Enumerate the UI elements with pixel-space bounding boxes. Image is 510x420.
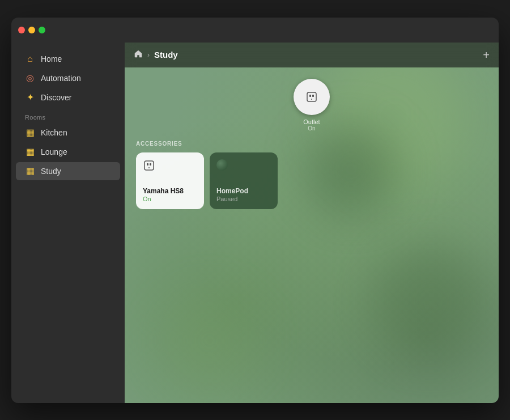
svg-rect-1 xyxy=(309,95,311,97)
outlet-status: On xyxy=(308,125,315,131)
app-window: ⌂ Home ◎ Automation ✦ Discover Rooms ▦ K… xyxy=(11,18,499,403)
home-icon: ⌂ xyxy=(25,54,35,64)
svg-rect-0 xyxy=(307,92,316,101)
room-icon: ▦ xyxy=(25,147,35,157)
accessory-status: Paused xyxy=(216,196,271,202)
svg-rect-5 xyxy=(147,163,148,166)
sidebar-item-label: Automation xyxy=(41,74,81,83)
main-header: › Study + xyxy=(125,43,499,67)
svg-point-3 xyxy=(311,99,312,100)
accessory-info: Yamaha HS8 On xyxy=(143,187,197,202)
outlet-label: Outlet xyxy=(303,118,320,125)
titlebar xyxy=(11,18,499,43)
minimize-button[interactable] xyxy=(28,27,35,33)
sidebar-item-study[interactable]: ▦ Study xyxy=(16,162,120,180)
header-chevron-icon: › xyxy=(147,51,150,59)
outlet-small-icon xyxy=(143,159,197,173)
sidebar-item-automation[interactable]: ◎ Automation xyxy=(16,69,120,87)
discover-icon: ✦ xyxy=(25,92,35,103)
outlet-icon xyxy=(304,89,320,105)
svg-rect-4 xyxy=(144,161,154,170)
sidebar-item-lounge[interactable]: ▦ Lounge xyxy=(16,143,120,161)
sidebar-item-discover[interactable]: ✦ Discover xyxy=(16,88,120,107)
traffic-lights xyxy=(18,27,45,33)
homepod-icon xyxy=(216,159,271,172)
sidebar-item-kitchen[interactable]: ▦ Kitchen xyxy=(16,124,120,142)
automation-icon: ◎ xyxy=(25,73,35,83)
add-accessory-button[interactable]: + xyxy=(483,49,490,61)
maximize-button[interactable] xyxy=(39,27,45,33)
sidebar-item-home[interactable]: ⌂ Home xyxy=(16,50,120,68)
rooms-section-label: Rooms xyxy=(11,107,125,123)
sidebar-item-label: Discover xyxy=(41,93,71,102)
close-button[interactable] xyxy=(18,27,25,33)
accessories-grid: Yamaha HS8 On HomePod Paused xyxy=(136,152,487,209)
sidebar-item-label: Lounge xyxy=(41,147,67,156)
svg-rect-6 xyxy=(150,163,151,166)
room-title: Study xyxy=(154,50,478,60)
accessory-card-yamaha[interactable]: Yamaha HS8 On xyxy=(136,152,204,209)
accessory-info: HomePod Paused xyxy=(216,187,271,202)
accessory-name: HomePod xyxy=(216,187,271,195)
room-background: Outlet On ACCESSORIES xyxy=(125,67,499,403)
accessory-card-homepod[interactable]: HomePod Paused xyxy=(210,152,278,209)
accessory-name: Yamaha HS8 xyxy=(143,187,197,195)
homepod-ball-icon xyxy=(216,159,228,171)
sidebar-item-label: Home xyxy=(41,54,62,63)
main-content: ⌂ Home ◎ Automation ✦ Discover Rooms ▦ K… xyxy=(11,43,499,403)
room-icon: ▦ xyxy=(25,128,35,138)
header-home-icon xyxy=(134,49,143,61)
svg-rect-2 xyxy=(312,95,314,97)
accessories-section-label: ACCESSORIES xyxy=(136,141,487,147)
sidebar-item-label: Kitchen xyxy=(41,128,67,137)
sidebar-item-label: Study xyxy=(41,167,61,176)
main-area: › Study + xyxy=(125,43,499,403)
content-overlay: Outlet On ACCESSORIES xyxy=(125,67,499,403)
outlet-button[interactable] xyxy=(294,79,330,115)
sidebar: ⌂ Home ◎ Automation ✦ Discover Rooms ▦ K… xyxy=(11,43,125,403)
svg-point-7 xyxy=(148,167,150,168)
outlet-widget: Outlet On xyxy=(136,79,487,131)
room-icon: ▦ xyxy=(25,166,35,176)
accessory-status: On xyxy=(143,196,197,202)
